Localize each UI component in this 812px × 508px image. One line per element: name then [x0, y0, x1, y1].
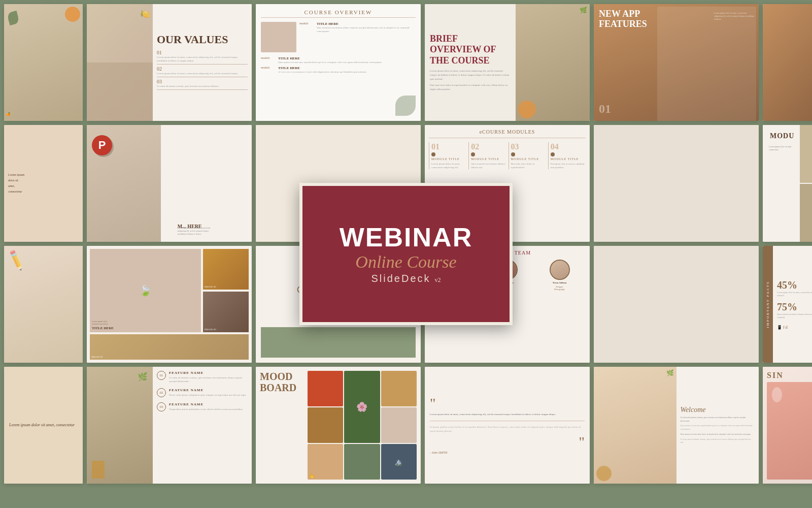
gallery-img2-label: IMAGE 03	[205, 328, 216, 331]
module-col-1: 01 MODULE TITLE Lorem ipsum dolor sit am…	[429, 142, 466, 169]
welcome-slide-title: Welcome	[681, 406, 755, 414]
close-quote: "	[430, 435, 585, 449]
quote-author: - John SMITH	[430, 451, 585, 454]
p-logo-letter: P	[98, 139, 106, 152]
module1-badge: module	[299, 22, 315, 25]
gallery-img1-label: IMAGE 02	[205, 285, 216, 288]
slide-r3c5-placeholder	[594, 246, 759, 363]
val-num1: 01Lorem ipsum dolor sit amet, consectetu…	[157, 50, 248, 65]
center-deck: SlideDeck	[371, 273, 430, 284]
center-card: WEBINAR Online Course SlideDeck v2	[299, 183, 513, 325]
slide-r4c1-text: Lorem ipsum dolor sit amet, consectetur	[4, 367, 83, 484]
module-col-3: 03 MODULE TITLE Duis aute irure dolor in…	[509, 142, 546, 169]
gallery-img0-label: IMAGE 01	[91, 356, 103, 358]
slide-r3c1-hand: ✏️	[4, 246, 83, 363]
center-title: WEBINAR	[340, 224, 472, 250]
slide-r1c1[interactable]: 🍊	[4, 4, 83, 121]
slide-sin-partial: SIN	[763, 367, 812, 484]
module2-badge: module	[261, 56, 276, 59]
modu-title: MODU	[767, 129, 796, 143]
feature-2: 02 FEATURE NAME Nemo enim ipsam voluptat…	[157, 388, 248, 397]
left-partial-text: Lorem ipsum dolor sit amet, consectetur	[9, 421, 78, 429]
slide-modu-partial: MODU Lorem ipsum dolor sit amet consecte…	[763, 125, 812, 242]
newapp-num: 01	[599, 102, 611, 116]
feature-3: 03 FEATURE NAME Temporibus autem quibusd…	[157, 402, 248, 411]
slide-mood-board[interactable]: MOOD BOARD 🌸 👋 🏔️	[256, 367, 421, 484]
module-col-2: 02 MODULE TITLE Quis nostrud exercitatio…	[468, 142, 506, 169]
sin-text: SIN	[767, 371, 812, 380]
slide-course-overview[interactable]: COURSE OVERVIEW module TITLE HEREQuis no…	[256, 4, 421, 121]
slide-welcome-text[interactable]: 🌿 Welcome Ut enim ad minima veniam, quis…	[594, 367, 759, 484]
mood-board-title: MOOD BOARD	[260, 371, 306, 393]
module1-title: TITLE HERE	[317, 22, 416, 26]
val-num2: 02Lorem ipsum dolor sit amet, consectetu…	[157, 66, 248, 77]
slide-brief-overview[interactable]: BRIEF OVERVIEW OF THE COURSE Lorem ipsum…	[425, 4, 590, 121]
module-col-4: 04 MODULE TITLE Excepteur sint occaecat …	[548, 142, 586, 169]
mock-slide-body: Lorem ipsum dolor sit amet, consectetura…	[178, 227, 248, 236]
important-facts-label: IMPORTANT FACTS	[766, 281, 770, 328]
slide-new-app-features[interactable]: NEW APPFEATURES 01 Lorem ipsum dolor sit…	[594, 4, 759, 121]
open-quote: "	[430, 396, 585, 410]
feature-1: 01 FEATURE NAME Ut enim ad minima veniam…	[157, 371, 248, 383]
brief-heading: BRIEF OVERVIEW OF THE COURSE	[430, 34, 511, 67]
module3-title: TITLE HERE	[278, 66, 416, 70]
slide-gallery[interactable]: 🍃 TITLE HERE Lorem ipsum dolorsit amet c…	[87, 246, 252, 363]
slide-r2c5-placeholder	[594, 125, 759, 242]
slide-important-facts[interactable]: IMPORTANT FACTS 45% Lorem ipsum dolor si…	[763, 246, 812, 363]
values-title: OUR VALUES	[157, 34, 248, 46]
center-version: v2	[435, 276, 441, 284]
module3-badge: module	[261, 66, 276, 69]
val-num3: 03Ut enim ad minim veniam, quis nostrud …	[157, 79, 248, 90]
slide-quote[interactable]: " Lorem ipsum dolor sit amet, consectetu…	[425, 367, 590, 484]
slide-our-values[interactable]: 🍋 OUR VALUES 01Lorem ipsum dolor sit ame…	[87, 4, 252, 121]
stat2: 75%	[777, 301, 812, 313]
gallery-title: TITLE HERE	[92, 326, 114, 330]
quote-sub: Et harum quidem rerum facilis est et exp…	[430, 425, 585, 433]
slide-mock-ppt[interactable]: P M... HERE Lorem ipsum dolor sit amet, …	[87, 125, 252, 242]
slide-feature-list[interactable]: 🌿 01 FEATURE NAME Ut enim ad minima veni…	[87, 367, 252, 484]
quote-text: Lorem ipsum dolor sit amet, consectetur …	[430, 412, 585, 417]
newapp-title: NEW APPFEATURES	[599, 9, 647, 29]
team-member-3: Tessa Adison DesignerPhotography	[550, 260, 570, 291]
module2-title: TITLE HERE	[278, 56, 416, 60]
ecourse-title: eCOURSE MODULES	[429, 129, 586, 135]
slide-r2c1: Lorem ipsumdolor sitamet,consectetur	[4, 125, 83, 242]
overview-title: COURSE OVERVIEW	[261, 9, 416, 18]
slide-r1c6-partial	[763, 4, 812, 121]
stat1: 45%	[777, 279, 812, 291]
center-subtitle: Online Course	[355, 252, 456, 272]
